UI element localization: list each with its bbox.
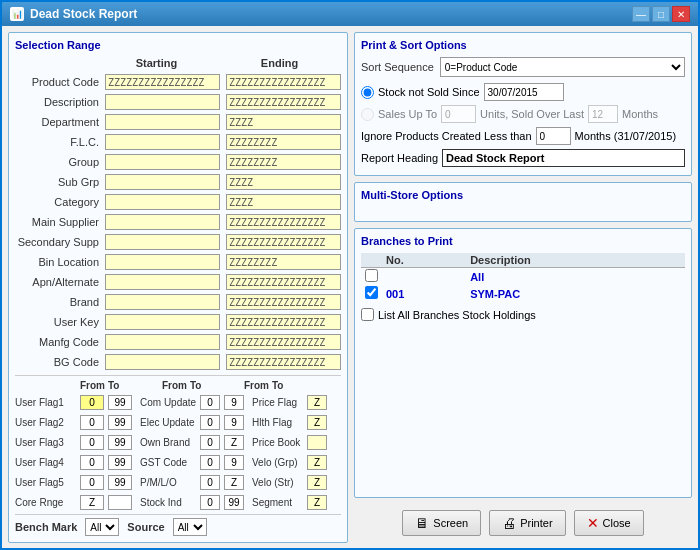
field-end-11[interactable] xyxy=(226,294,341,310)
field-end-8[interactable] xyxy=(226,234,341,250)
field-label-11: Brand xyxy=(15,296,105,308)
report-heading-input[interactable] xyxy=(442,149,685,167)
field-start-2[interactable] xyxy=(105,114,220,130)
stock-date-input[interactable] xyxy=(484,83,564,101)
field-end-1[interactable] xyxy=(226,94,341,110)
flag-from-1[interactable] xyxy=(80,415,104,430)
field-start-1[interactable] xyxy=(105,94,220,110)
field-row-4: Group xyxy=(15,153,341,171)
flag-right-val-b0[interactable] xyxy=(307,495,327,510)
ignore-count-input[interactable] xyxy=(536,127,571,145)
flag-to-3[interactable] xyxy=(108,455,132,470)
field-end-13[interactable] xyxy=(226,334,341,350)
field-end-6[interactable] xyxy=(226,194,341,210)
flag-mid-to-3[interactable] xyxy=(224,455,244,470)
field-start-7[interactable] xyxy=(105,214,220,230)
branch-checkbox-0[interactable] xyxy=(365,269,378,282)
field-start-12[interactable] xyxy=(105,314,220,330)
flag-from-b0[interactable] xyxy=(80,495,104,510)
flag-mid-from-1[interactable] xyxy=(200,415,220,430)
field-row-5: Sub Grp xyxy=(15,173,341,191)
sales-up-to-radio[interactable] xyxy=(361,108,374,121)
field-label-7: Main Supplier xyxy=(15,216,105,228)
flag-mid-label-b0: Stock Ind xyxy=(140,497,200,508)
flag-mid-from-3[interactable] xyxy=(200,455,220,470)
report-heading-label: Report Heading xyxy=(361,152,438,164)
benchmark-select[interactable]: All xyxy=(85,518,119,536)
flag-right-val-0[interactable] xyxy=(307,395,327,410)
field-end-0[interactable] xyxy=(226,74,341,90)
field-end-3[interactable] xyxy=(226,134,341,150)
selection-range-section: Selection Range Starting Ending Product … xyxy=(8,32,348,543)
flag-mid-to-1[interactable] xyxy=(224,415,244,430)
sort-sequence-select[interactable]: 0=Product Code 1=Description 2=Departmen… xyxy=(440,57,685,77)
flag-to-0[interactable] xyxy=(108,395,132,410)
units-label: Units, Sold Over Last xyxy=(480,108,584,120)
flag-mid-to-4[interactable] xyxy=(224,475,244,490)
flag-right-val-1[interactable] xyxy=(307,415,327,430)
branches-section: Branches to Print No. Description All001… xyxy=(354,228,692,498)
flag-from-2[interactable] xyxy=(80,435,104,450)
field-start-13[interactable] xyxy=(105,334,220,350)
flag-mid-to-0[interactable] xyxy=(224,395,244,410)
field-end-4[interactable] xyxy=(226,154,341,170)
field-end-2[interactable] xyxy=(226,114,341,130)
flag-mid-to-2[interactable] xyxy=(224,435,244,450)
to-hdr1: To xyxy=(108,380,132,391)
flag-from-4[interactable] xyxy=(80,475,104,490)
field-row-8: Secondary Supp xyxy=(15,233,341,251)
field-end-12[interactable] xyxy=(226,314,341,330)
sales-from-input[interactable] xyxy=(441,105,476,123)
flag-mid-from-2[interactable] xyxy=(200,435,220,450)
field-start-0[interactable] xyxy=(105,74,220,90)
close-button[interactable]: ✕ Close xyxy=(574,510,644,536)
list-all-checkbox[interactable] xyxy=(361,308,374,321)
minimize-button[interactable]: — xyxy=(632,6,650,22)
field-end-14[interactable] xyxy=(226,354,341,370)
screen-button[interactable]: 🖥 Screen xyxy=(402,510,481,536)
flag-mid-from-4[interactable] xyxy=(200,475,220,490)
flag-to-4[interactable] xyxy=(108,475,132,490)
field-start-4[interactable] xyxy=(105,154,220,170)
flag-mid-to-b0[interactable] xyxy=(224,495,244,510)
flag-row-0: User Flag1Com UpdatePrice Flag xyxy=(15,393,341,411)
field-start-6[interactable] xyxy=(105,194,220,210)
multi-store-section: Multi-Store Options xyxy=(354,182,692,222)
field-end-5[interactable] xyxy=(226,174,341,190)
field-end-10[interactable] xyxy=(226,274,341,290)
maximize-button[interactable]: □ xyxy=(652,6,670,22)
flag-from-3[interactable] xyxy=(80,455,104,470)
ignore-suffix: Months (31/07/2015) xyxy=(575,130,677,142)
flag-mid-from-0[interactable] xyxy=(200,395,220,410)
field-end-7[interactable] xyxy=(226,214,341,230)
field-start-5[interactable] xyxy=(105,174,220,190)
field-start-9[interactable] xyxy=(105,254,220,270)
flag-mid-from-b0[interactable] xyxy=(200,495,220,510)
field-start-10[interactable] xyxy=(105,274,220,290)
close-window-button[interactable]: ✕ xyxy=(672,6,690,22)
buttons-row: 🖥 Screen 🖨 Printer ✕ Close xyxy=(354,504,692,542)
flag-to-1[interactable] xyxy=(108,415,132,430)
source-select[interactable]: All xyxy=(173,518,207,536)
flag-right-val-2[interactable] xyxy=(307,435,327,450)
stock-not-sold-radio[interactable] xyxy=(361,86,374,99)
field-start-14[interactable] xyxy=(105,354,220,370)
branch-checkbox-1[interactable] xyxy=(365,286,378,299)
field-start-8[interactable] xyxy=(105,234,220,250)
field-label-8: Secondary Supp xyxy=(15,236,105,248)
field-row-9: Bin Location xyxy=(15,253,341,271)
field-start-11[interactable] xyxy=(105,294,220,310)
field-start-3[interactable] xyxy=(105,134,220,150)
field-end-9[interactable] xyxy=(226,254,341,270)
field-row-3: F.L.C. xyxy=(15,133,341,151)
flag-right-val-4[interactable] xyxy=(307,475,327,490)
flag-to-b0[interactable] xyxy=(108,495,132,510)
print-sort-title: Print & Sort Options xyxy=(361,39,685,51)
flag-from-0[interactable] xyxy=(80,395,104,410)
months-count-input[interactable] xyxy=(588,105,618,123)
flag-right-val-3[interactable] xyxy=(307,455,327,470)
printer-button[interactable]: 🖨 Printer xyxy=(489,510,565,536)
flag-right-label-1: Hlth Flag xyxy=(252,417,307,428)
flag-to-2[interactable] xyxy=(108,435,132,450)
flag-right-label-0: Price Flag xyxy=(252,397,307,408)
